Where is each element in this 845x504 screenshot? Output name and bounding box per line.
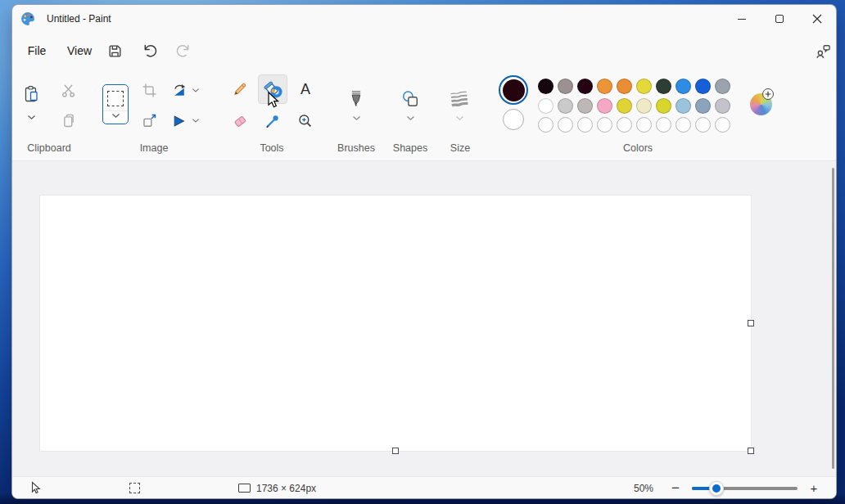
canvas-resize-handle-right[interactable] [748, 320, 754, 326]
chevron-down-icon[interactable] [27, 115, 36, 120]
palette-swatch[interactable] [558, 79, 573, 94]
palette-swatch[interactable] [577, 98, 593, 114]
palette-swatch[interactable] [695, 117, 711, 133]
brushes-button[interactable] [342, 84, 370, 114]
color-picker-tool-button[interactable] [260, 108, 286, 134]
resize-button[interactable] [137, 108, 161, 133]
eraser-icon [232, 113, 248, 129]
palette-swatch[interactable] [617, 117, 632, 133]
eyedropper-icon [264, 113, 281, 129]
pencil-tool-button[interactable] [227, 76, 253, 102]
selection-size-icon [129, 483, 140, 493]
workarea [12, 161, 836, 478]
palette-swatch[interactable] [656, 79, 671, 94]
group-label-clipboard: Clipboard [27, 142, 71, 154]
add-color-plus-icon [762, 88, 774, 100]
color2-swatch[interactable] [503, 109, 524, 130]
size-dropdown-chevron[interactable] [454, 114, 464, 122]
text-tool-glyph: A [300, 81, 310, 98]
vertical-scrollbar[interactable] [832, 168, 834, 469]
cursor-position-indicator [29, 477, 41, 499]
palette-swatch[interactable] [715, 117, 730, 133]
palette-swatch[interactable] [538, 79, 554, 94]
palette-swatch[interactable] [695, 79, 711, 94]
color1-dot [503, 79, 525, 101]
chevron-down-icon[interactable] [111, 113, 120, 119]
palette-swatch[interactable] [558, 117, 573, 133]
flip-dropdown-chevron[interactable] [190, 115, 201, 125]
close-button[interactable] [798, 5, 836, 33]
window-title: Untitled - Paint [47, 13, 111, 25]
palette-swatch[interactable] [577, 117, 593, 133]
palette-swatch[interactable] [597, 79, 612, 94]
paste-clipboard-icon [22, 84, 40, 107]
palette-swatch[interactable] [676, 79, 691, 94]
text-tool-button[interactable]: A [292, 76, 319, 102]
canvas-resize-handle-corner[interactable] [748, 448, 754, 454]
magnifier-tool-button[interactable] [292, 108, 319, 134]
zoom-out-button[interactable]: − [666, 477, 685, 499]
rotate-dropdown-chevron[interactable] [190, 85, 201, 95]
crop-button[interactable] [137, 78, 161, 102]
select-tool-button[interactable] [102, 84, 129, 124]
palette-swatch[interactable] [715, 98, 730, 114]
palette-swatch[interactable] [636, 98, 652, 114]
palette-swatch[interactable] [597, 98, 612, 114]
palette-swatch[interactable] [715, 79, 730, 94]
menu-view[interactable]: View [58, 38, 101, 64]
zoom-slider-thumb[interactable] [709, 481, 724, 496]
minimize-button[interactable] [723, 5, 761, 33]
size-button[interactable] [445, 84, 473, 114]
save-icon [107, 43, 123, 59]
flip-button[interactable] [166, 108, 191, 133]
zoom-slider[interactable] [692, 477, 798, 499]
palette-swatch[interactable] [656, 117, 671, 133]
redo-button[interactable] [171, 38, 196, 64]
stroke-size-icon [449, 89, 470, 109]
palette-swatch[interactable] [676, 117, 691, 133]
paste-button[interactable] [16, 79, 46, 130]
shapes-button[interactable] [396, 84, 424, 114]
palette-swatch[interactable] [538, 98, 554, 114]
close-icon [812, 14, 822, 24]
palette-swatch[interactable] [636, 79, 652, 94]
rotate-button[interactable] [166, 78, 191, 102]
palette-swatch[interactable] [577, 79, 593, 94]
copy-icon [61, 113, 76, 128]
group-label-size: Size [450, 142, 470, 154]
cut-button[interactable] [56, 78, 80, 102]
ribbon-toolbar: Clipboard [12, 68, 836, 161]
canvas-resize-handle-bottom[interactable] [392, 448, 399, 454]
minimize-icon [738, 19, 746, 20]
palette-swatch[interactable] [597, 117, 612, 133]
copy-button[interactable] [56, 108, 80, 133]
zoom-slider-track[interactable] [692, 487, 798, 490]
paint-window: Untitled - Paint File View [11, 4, 837, 499]
color1-swatch[interactable] [499, 75, 528, 105]
feedback-icon [815, 43, 832, 60]
palette-swatch[interactable] [636, 117, 652, 133]
menu-file[interactable]: File [19, 38, 55, 64]
canvas-size-text: 1736 × 624px [256, 483, 316, 494]
palette-swatch[interactable] [617, 98, 632, 114]
zoom-in-button[interactable]: + [804, 477, 824, 499]
palette-swatch[interactable] [538, 117, 554, 133]
palette-swatch[interactable] [676, 98, 691, 114]
palette-swatch[interactable] [558, 98, 573, 114]
maximize-button[interactable] [761, 5, 798, 33]
brush-icon [347, 89, 365, 109]
palette-swatch[interactable] [617, 79, 632, 94]
drawing-canvas[interactable] [40, 196, 751, 451]
pencil-icon [232, 81, 248, 97]
eraser-tool-button[interactable] [227, 108, 253, 134]
undo-button[interactable] [138, 38, 162, 64]
palette-swatch[interactable] [656, 98, 671, 114]
palette-swatch[interactable] [695, 98, 711, 114]
feedback-button[interactable] [812, 38, 834, 64]
window-controls [723, 5, 836, 33]
selection-size-indicator [129, 477, 140, 499]
fill-tool-button[interactable] [258, 74, 287, 104]
save-button[interactable] [102, 38, 127, 64]
brushes-dropdown-chevron[interactable] [351, 114, 361, 122]
shapes-dropdown-chevron[interactable] [405, 114, 415, 122]
